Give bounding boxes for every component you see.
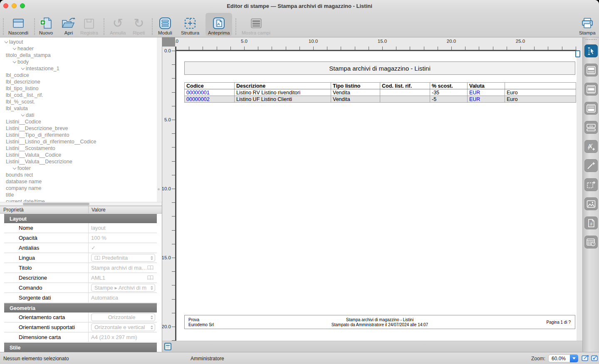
currency-link[interactable]: EUR <box>468 96 505 103</box>
chevron-down-icon[interactable] <box>12 168 17 169</box>
tree-item[interactable]: Listini__Valuta__Codice <box>0 152 162 158</box>
add-rect-tool-button[interactable] <box>584 178 598 191</box>
datetime-tool-button[interactable] <box>584 236 598 248</box>
chevron-down-icon[interactable] <box>20 68 26 69</box>
add-line-tool-button[interactable] <box>584 159 598 172</box>
chevron-down-icon[interactable] <box>12 48 17 49</box>
tree-item[interactable]: lbl_valuta <box>0 105 162 112</box>
property-row-dimensione-carta[interactable]: Dimensione carta A4 (210 x 297 mm) <box>4 332 157 342</box>
header-section-tool-button[interactable] <box>584 64 598 76</box>
section-header-stile[interactable]: Stile <box>4 343 157 352</box>
supported-orientations-dropdown[interactable]: Orizzontale e vertical <box>91 323 155 331</box>
tree-item[interactable]: Listini__Tipo_di_riferimento <box>0 132 162 138</box>
tree-item[interactable]: Listini__Listino_di_riferimento__Codice <box>0 138 162 145</box>
tree-item[interactable]: title <box>0 192 162 198</box>
book-icon[interactable] <box>147 265 153 270</box>
tree-item[interactable]: layout <box>0 39 162 45</box>
property-row-descrizione[interactable]: Descrizione AML1 <box>4 273 157 283</box>
zoom-actual-size-icon[interactable] <box>591 354 599 362</box>
code-link[interactable]: 00000001 <box>185 89 235 96</box>
book-icon[interactable] <box>147 275 153 280</box>
property-row-antialias[interactable]: Antialias ✓ <box>4 243 157 253</box>
chevron-down-icon[interactable] <box>20 115 26 116</box>
print-button[interactable]: Stampa <box>577 13 598 36</box>
tree-item[interactable]: lbl_%_scost. <box>0 98 162 105</box>
tree-item[interactable]: body <box>0 59 162 65</box>
tree-item[interactable]: Listini__Valuta__Descrizione <box>0 158 162 165</box>
dropdown-value: Orizzontale e vertical <box>94 324 149 330</box>
selection-tool-button[interactable] <box>584 44 598 57</box>
property-value[interactable]: A4 (210 x 297 mm) <box>89 332 157 342</box>
property-row-opacita[interactable]: Opacità 100 % <box>4 233 157 243</box>
code-link[interactable]: 00000002 <box>185 96 235 103</box>
tree-item[interactable]: titolo_della_stampa <box>0 52 162 59</box>
page-thumbnail-icon[interactable] <box>164 343 171 350</box>
property-row-titolo[interactable]: Titolo Stampa archivi di ma… <box>4 263 157 273</box>
property-row-comando[interactable]: Comando Stampe ▸ Archivi di m <box>4 283 157 293</box>
orientation-dropdown[interactable]: Orizzontale <box>91 313 155 321</box>
property-row-orientamenti-supportati[interactable]: Orientamenti supportati Orizzontale e ve… <box>4 322 157 332</box>
preview-button[interactable]: A Anteprima <box>205 13 232 36</box>
page-navigator-strip[interactable] <box>162 341 582 352</box>
section-header-layout[interactable]: Layout <box>4 214 157 223</box>
tree-item[interactable]: Listini__Scostamento <box>0 145 162 152</box>
property-value[interactable]: 100 % <box>89 233 157 243</box>
chevron-down-icon[interactable] <box>12 61 17 63</box>
hide-button[interactable]: Nascondi <box>6 13 31 36</box>
tree-item[interactable]: intestazione_1 <box>0 65 162 72</box>
tree-item[interactable]: footer <box>0 165 162 172</box>
property-row-sorgente-dati[interactable]: Sorgente dati Automatica <box>4 293 157 303</box>
property-row-lingua[interactable]: Lingua Predefinita <box>4 253 157 263</box>
tree-item-label: Listini__Descrizione_breve <box>6 125 68 131</box>
table-row[interactable]: 00000002 Listino UF Listino Clienti Vend… <box>185 96 576 103</box>
page-number-tool-button[interactable]: # <box>584 216 598 229</box>
property-row-orientamento-carta[interactable]: Orientamento carta Orizzontale <box>4 312 157 322</box>
property-row-nome[interactable]: Nome layout <box>4 223 157 233</box>
table-row[interactable]: 00000001 Listino RV Listino rivenditori … <box>185 89 576 96</box>
zoom-to-fit-icon[interactable] <box>582 354 589 362</box>
tree-item[interactable]: Listini__Descrizione_breve <box>0 125 162 132</box>
property-value[interactable]: layout <box>89 223 157 233</box>
tree-item[interactable]: dati <box>0 112 162 118</box>
add-text-tool-button[interactable]: A <box>584 140 598 153</box>
tree-item[interactable]: lbl_tipo_listino <box>0 85 162 92</box>
new-button[interactable]: Nuovo <box>37 13 55 36</box>
tree-item[interactable]: company name <box>0 185 162 192</box>
tree-item[interactable]: database name <box>0 178 162 185</box>
tree-item[interactable]: lbl_codice <box>0 72 162 79</box>
svg-text:<>: <> <box>589 124 593 128</box>
tree-item[interactable]: lbl_descrizione <box>0 79 162 85</box>
tree-horizontal-scrollbar[interactable] <box>0 202 162 206</box>
image-tool-button[interactable] <box>584 197 598 210</box>
structure-button[interactable]: Struttura <box>178 13 202 36</box>
property-value[interactable]: Automatica <box>89 293 157 303</box>
footer-section-tool-button[interactable] <box>584 102 598 115</box>
show-fields-icon <box>250 15 262 30</box>
open-button[interactable]: Apri <box>59 13 79 36</box>
tree-item[interactable]: Listini__Codice <box>0 118 162 125</box>
property-value[interactable]: AML1 <box>91 275 105 281</box>
command-dropdown[interactable]: Stampe ▸ Archivi di m <box>91 284 155 292</box>
scrollbar-thumb[interactable] <box>23 203 89 205</box>
tree-item[interactable]: header <box>0 45 162 52</box>
checkbox-checked-icon[interactable]: ✓ <box>91 245 96 251</box>
tree-item[interactable]: bounds rect <box>0 172 162 178</box>
tree-vertical-scrollbar[interactable] <box>157 37 161 202</box>
chevron-down-icon[interactable] <box>570 354 578 362</box>
undo-button: ↺ Annulla <box>107 13 128 36</box>
chevron-down-icon[interactable] <box>3 42 9 43</box>
body-section-tool-button[interactable] <box>584 83 598 96</box>
currency-link[interactable]: EUR <box>468 89 505 96</box>
language-dropdown[interactable]: Predefinita <box>91 254 155 262</box>
report-footer-box[interactable]: Prova Eurodemo Srl Stampa archivi di mag… <box>184 315 575 329</box>
field-tool-button[interactable]: <> <box>584 121 598 134</box>
tree-item[interactable]: lbl_cod._list._rif. <box>0 92 162 98</box>
section-header-geometria[interactable]: Geometria <box>4 303 157 312</box>
report-table[interactable]: Codice Descrizione Tipo listino Cod. lis… <box>184 82 576 103</box>
preview-pager-icon[interactable] <box>575 50 580 57</box>
modules-button[interactable]: Moduli <box>156 13 175 36</box>
zoom-combobox[interactable]: 60.0% <box>548 354 578 362</box>
print-preview-area[interactable]: 0.0 5.0 10.0 15.0 20.0 25.0 0.0 5.0 10.0… <box>162 37 582 341</box>
property-value[interactable]: Stampa archivi di ma… <box>91 265 147 271</box>
report-title-box[interactable]: Stampa archivi di magazzino - Listini <box>184 61 575 75</box>
